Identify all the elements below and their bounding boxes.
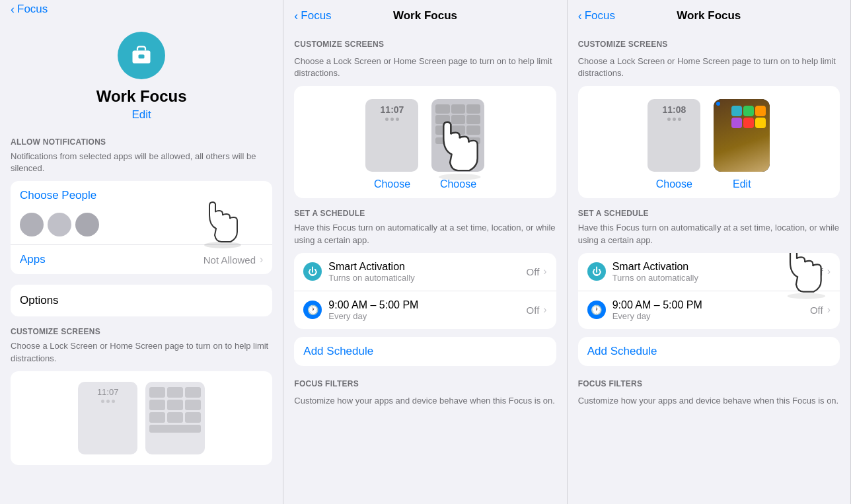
ic3 [466, 104, 480, 114]
focus-name: Work Focus [11, 87, 272, 106]
time-range-icon-p3: 🕐 [587, 301, 606, 319]
back-focus-link-3[interactable]: ‹ Focus [578, 9, 615, 23]
dd1 [667, 118, 671, 121]
customize-desc-p2: Choose a Lock Screen or Home Screen page… [294, 55, 556, 79]
mock-time-p2: 11:07 [381, 104, 404, 115]
dock-p2 [435, 137, 480, 144]
schedule-label-p2: SET A SCHEDULE [294, 209, 556, 218]
work-icon [130, 44, 153, 67]
screens-card-p3: 11:08 Choose [578, 86, 840, 198]
panel1-header: ‹ Focus [0, 0, 283, 16]
focus-edit-link[interactable]: Edit [11, 108, 272, 122]
pi1 [731, 106, 742, 116]
time-range-row-p3[interactable]: 🕐 9:00 AM – 5:00 PM Every day Off › [578, 291, 840, 329]
smart-activation-text-p2: Smart Activation Turns on automatically [328, 261, 526, 283]
time-range-row-p2[interactable]: 🕐 9:00 AM – 5:00 PM Every day Off › [294, 291, 556, 329]
cell4 [149, 400, 165, 410]
ic6 [466, 115, 480, 124]
pi6 [755, 118, 766, 128]
dock-mock-p1 [149, 425, 201, 433]
dd2 [673, 118, 676, 121]
cell9 [185, 412, 201, 423]
smart-activation-text-p3: Smart Activation Turns on automatically [612, 261, 810, 283]
home-screen-phone-wrap [714, 99, 770, 172]
icon-grid-p1 [149, 387, 201, 423]
people-avatars [20, 213, 99, 236]
options-section[interactable]: Options [11, 285, 272, 316]
ic7 [435, 126, 449, 135]
back-focus-link-2[interactable]: ‹ Focus [294, 9, 331, 23]
lock-screen-choose-p3[interactable]: Choose [656, 178, 692, 190]
ic4 [435, 115, 449, 124]
smart-activation-value-p2: Off [527, 266, 540, 277]
time-range-chevron-p3: › [827, 304, 831, 316]
choose-people-row[interactable]: Choose People [11, 181, 272, 245]
avatar-1 [20, 213, 44, 236]
customize-block-p2: CUSTOMIZE SCREENS Choose a Lock Screen o… [283, 29, 566, 79]
lock-screen-choose-p2[interactable]: Choose [374, 178, 410, 190]
customize-label-p2: CUSTOMIZE SCREENS [294, 34, 556, 52]
smart-activation-row-p2[interactable]: ⏻ Smart Activation Turns on automaticall… [294, 253, 556, 291]
home-screen-mock-p1 [145, 382, 205, 454]
focus-filters-p2: FOCUS FILTERS Customize how your apps an… [283, 377, 566, 407]
ic5 [451, 115, 465, 124]
focus-filters-desc-p2: Customize how your apps and device behav… [294, 395, 556, 407]
smart-activation-row-p3[interactable]: ⏻ Smart Activation Turns on automaticall… [578, 253, 840, 291]
back-focus-link-1[interactable]: ‹ Focus [11, 3, 48, 17]
lock-screen-mock-p1: 11:07 [78, 382, 137, 454]
d2 [390, 118, 394, 121]
panel3-title: Work Focus [677, 9, 741, 22]
home-screen-mock-p2 [431, 99, 484, 172]
svg-rect-1 [139, 55, 145, 59]
panel2-title: Work Focus [393, 9, 457, 22]
cell6 [185, 400, 201, 410]
time-range-title-p2: 9:00 AM – 5:00 PM [328, 299, 526, 311]
customize-desc-p1: Choose a Lock Screen or Home Screen page… [11, 340, 272, 364]
mock-dots-p2 [385, 118, 399, 121]
smart-activation-chevron-p2: › [543, 266, 546, 277]
home-screen-choose-p2[interactable]: Choose [440, 178, 476, 190]
time-range-sub-p2: Every day [328, 311, 526, 321]
time-range-text-p2: 9:00 AM – 5:00 PM Every day [328, 299, 526, 321]
home-screen-edit-p3[interactable]: Edit [733, 178, 751, 190]
panel-3: ‹ Focus Work Focus CUSTOMIZE SCREENS Cho… [568, 0, 851, 504]
customize-label-p3: CUSTOMIZE SCREENS [578, 34, 840, 52]
smart-activation-icon-p3: ⏻ [587, 262, 606, 281]
time-range-value-p3: Off [810, 305, 823, 316]
panel2-header: ‹ Focus Work Focus [283, 0, 566, 29]
time-range-sub-p3: Every day [612, 311, 810, 321]
dd3 [678, 118, 681, 121]
cell2 [167, 387, 183, 398]
focus-filters-label-p3: FOCUS FILTERS [578, 377, 840, 391]
allow-notifications-desc: Notifications from selected apps will be… [11, 151, 272, 174]
hand-cursor-panel1 [200, 189, 259, 251]
phone-mock-p3 [714, 99, 770, 172]
add-schedule-p2[interactable]: Add Schedule [294, 337, 556, 366]
apps-chevron: › [260, 254, 263, 266]
avatar-2 [48, 213, 71, 236]
customize-screens-section-p1: CUSTOMIZE SCREENS Choose a Lock Screen o… [11, 327, 272, 464]
apps-row[interactable]: Apps Not Allowed › [11, 245, 272, 274]
panel-1: ‹ Focus Work Focus Edit ALLOW NOTIFICATI… [0, 0, 283, 504]
smart-activation-value-p3: Off [810, 266, 823, 277]
ic2 [451, 104, 465, 114]
screens-card-p2: 11:07 Choose [294, 86, 556, 198]
customize-label-p1: CUSTOMIZE SCREENS [11, 327, 272, 336]
focus-filters-desc-p3: Customize how your apps and device behav… [578, 395, 840, 407]
smart-activation-chevron-p3: › [827, 266, 831, 277]
lock-screen-mock-p3: 11:08 [648, 99, 700, 172]
avatar-3 [75, 213, 99, 236]
options-label: Options [11, 285, 272, 316]
schedule-desc-p3: Have this Focus turn on automatically at… [578, 222, 840, 246]
home-screen-item-p3: Edit [714, 99, 770, 190]
add-schedule-p3[interactable]: Add Schedule [578, 337, 840, 366]
schedule-desc-p2: Have this Focus turn on automatically at… [294, 222, 556, 246]
lock-screen-item-p2: 11:07 Choose [365, 99, 418, 190]
apps-label: Apps [20, 253, 204, 266]
ic8 [451, 126, 465, 135]
customize-desc-p3: Choose a Lock Screen or Home Screen page… [578, 55, 840, 79]
back-chevron-1: ‹ [11, 3, 15, 17]
dot1 [101, 400, 104, 403]
panel-2: ‹ Focus Work Focus CUSTOMIZE SCREENS Cho… [283, 0, 567, 504]
smart-activation-icon-p2: ⏻ [303, 262, 322, 281]
